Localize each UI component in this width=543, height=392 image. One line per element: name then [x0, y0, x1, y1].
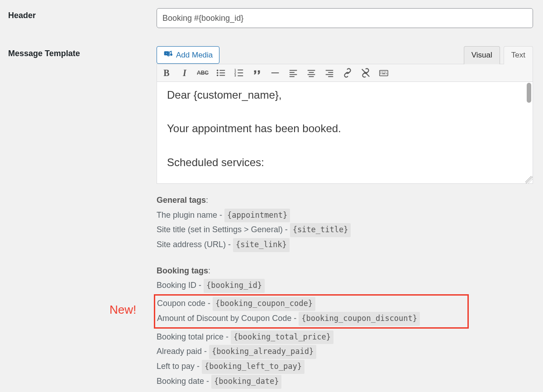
editor-line-1: Dear {customer_name},: [167, 86, 523, 104]
editor-line-2: Your appointment has been booked.: [167, 120, 523, 137]
svg-rect-6: [219, 72, 225, 73]
svg-point-1: [166, 53, 167, 54]
editor-scrollbar[interactable]: [526, 83, 532, 182]
header-label: Header: [8, 8, 157, 20]
svg-rect-33: [386, 72, 386, 72]
header-input[interactable]: [157, 8, 533, 28]
svg-rect-19: [290, 76, 295, 77]
svg-rect-8: [219, 75, 225, 76]
camera-music-icon: [163, 49, 172, 61]
unlink-button[interactable]: [361, 68, 371, 78]
blockquote-button[interactable]: [252, 68, 262, 78]
tags-help-area: General tags: The plugin name - {appoint…: [157, 184, 533, 389]
svg-rect-31: [382, 72, 383, 72]
tag-total-price: {booking_total_price}: [231, 330, 333, 344]
add-media-label: Add Media: [176, 51, 213, 60]
svg-point-3: [217, 70, 219, 72]
tag-left-to-pay: {booking_left_to_pay}: [202, 360, 305, 374]
svg-point-2: [171, 54, 172, 55]
align-left-button[interactable]: [288, 68, 298, 78]
svg-text:3: 3: [234, 74, 236, 77]
tag-coupon-discount: {booking_coupon_discount}: [299, 312, 420, 326]
strikethrough-button[interactable]: ABC: [198, 68, 208, 78]
add-media-button[interactable]: Add Media: [157, 46, 219, 64]
message-template-label: Message Template: [8, 46, 157, 58]
svg-rect-14: [238, 76, 243, 76]
italic-button[interactable]: I: [180, 68, 190, 78]
svg-rect-15: [272, 72, 279, 73]
svg-rect-34: [381, 73, 381, 74]
tag-appointment: {appointment}: [224, 209, 290, 223]
tag-coupon-code: {booking_coupon_code}: [213, 297, 315, 311]
general-tags-title: General tags: [157, 196, 206, 205]
svg-rect-29: [380, 71, 388, 76]
editor-content[interactable]: Dear {customer_name}, Your appointment h…: [157, 82, 533, 183]
link-button[interactable]: [343, 68, 352, 78]
booking-tags-title: Booking tags: [157, 266, 208, 275]
hr-button[interactable]: [270, 68, 280, 78]
tag-booking-id: {booking_id}: [204, 279, 265, 293]
svg-rect-24: [326, 70, 333, 71]
editor-toolbar: B I ABC 123: [157, 64, 533, 82]
editor-container: B I ABC 123: [157, 64, 533, 184]
keyboard-button[interactable]: [379, 68, 389, 78]
svg-rect-22: [308, 74, 315, 75]
svg-point-7: [217, 75, 219, 76]
svg-rect-27: [328, 76, 333, 77]
tab-visual[interactable]: Visual: [464, 46, 500, 64]
svg-rect-36: [386, 73, 387, 74]
svg-rect-16: [290, 70, 297, 71]
svg-rect-18: [290, 74, 297, 75]
svg-rect-17: [290, 72, 295, 73]
tag-already-paid: {booking_already_paid}: [209, 345, 316, 359]
bold-button[interactable]: B: [162, 68, 171, 78]
svg-point-5: [217, 72, 219, 74]
tag-booking-date: {booking_date}: [211, 375, 281, 389]
editor-line-3: Scheduled services:: [167, 154, 523, 171]
editor-resize-handle[interactable]: [525, 176, 533, 183]
svg-rect-25: [328, 72, 333, 73]
align-center-button[interactable]: [306, 68, 316, 78]
svg-rect-4: [219, 70, 225, 71]
new-callout: New!: [110, 300, 136, 320]
svg-rect-35: [382, 73, 385, 74]
align-right-button[interactable]: [324, 68, 334, 78]
ordered-list-button[interactable]: 123: [234, 68, 244, 78]
svg-rect-30: [381, 72, 381, 72]
tab-text[interactable]: Text: [504, 46, 533, 64]
svg-rect-10: [238, 70, 243, 71]
svg-rect-32: [384, 72, 385, 72]
tag-site-link: {site_link}: [233, 238, 290, 252]
svg-rect-20: [308, 70, 315, 71]
svg-rect-21: [309, 72, 314, 73]
svg-rect-23: [309, 76, 314, 77]
svg-rect-12: [238, 72, 243, 73]
unordered-list-button[interactable]: [216, 68, 226, 78]
new-tags-highlight: Coupon code - {booking_coupon_code} Amou…: [154, 294, 469, 329]
tag-site-title: {site_title}: [290, 223, 351, 237]
svg-rect-26: [326, 74, 333, 75]
